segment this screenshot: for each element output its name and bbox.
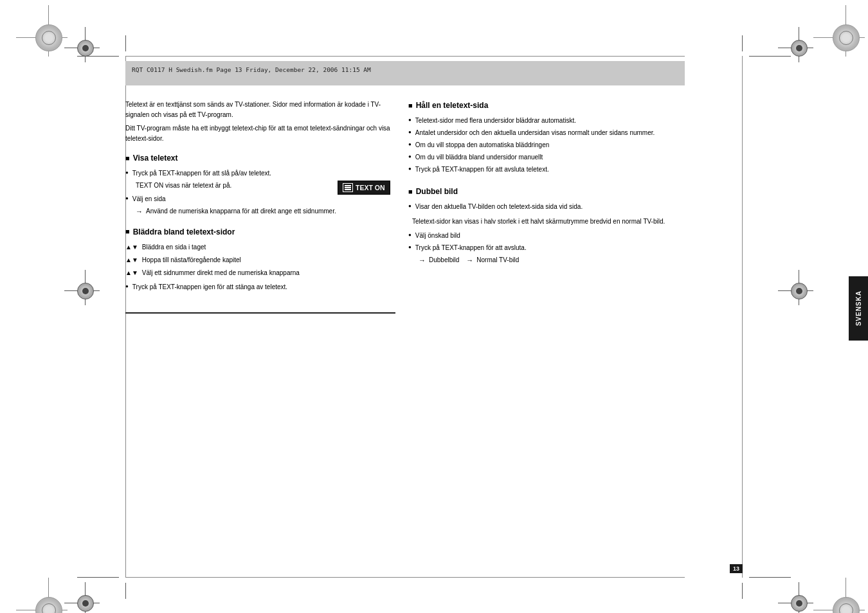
- bullet-icon: ●: [408, 233, 411, 238]
- bullet-icon: ●: [408, 166, 411, 172]
- reg-guide-line: [125, 35, 126, 51]
- bullet-icon: ●: [408, 204, 411, 209]
- bullet-hold-1: ● Teletext-sidor med flera undersidor bl…: [408, 116, 685, 125]
- section-hold-page: ■ Håll en teletext-sida ● Teletext-sidor…: [408, 100, 685, 174]
- reg-guide-line: [749, 577, 791, 578]
- square-icon: ■: [408, 100, 413, 112]
- arrow-text: Dubbelbild: [429, 255, 459, 265]
- filepath-text: RQT C0117 H Swedish.fm Page 13 Friday, D…: [132, 66, 371, 73]
- reg-guide-line: [749, 56, 791, 57]
- page: RQT C0117 H Swedish.fm Page 13 Friday, D…: [0, 0, 868, 613]
- square-icon: ■: [125, 153, 130, 164]
- sub-arrow-item: → Använd de numeriska knapparna för att …: [136, 206, 395, 217]
- bullet-double-2: ● Välj önskad bild: [408, 231, 685, 240]
- bullet-double-1: ● Visar den aktuella TV-bilden och telet…: [408, 202, 685, 211]
- bullet-hold-4: ● Om du vill bläddra bland undersidor ma…: [408, 152, 685, 162]
- bullet-icon: ●: [408, 142, 411, 147]
- arrow-text: Använd de numeriska knapparna för att di…: [146, 206, 336, 216]
- section2-title: ■ Bläddra bland teletext-sidor: [125, 226, 395, 238]
- svenska-label: SVENSKA: [855, 290, 862, 326]
- h-divider: [125, 312, 395, 314]
- bullet-text: Om du vill bläddra bland undersidor manu…: [415, 152, 543, 162]
- nav-arrows2: ▲▼: [125, 255, 138, 265]
- double-para: Teletext-sidor kan visas i halv storlek …: [412, 217, 685, 227]
- bullet-text: Tryck på TEXT-knappen för att avsluta.: [415, 243, 527, 253]
- sub-item: TEXT ON visas när teletext är på.: [136, 181, 395, 190]
- bullet-icon: ●: [408, 130, 411, 135]
- section-double-title: ■ Dubbel bild: [408, 186, 685, 198]
- nav-item3: ▲▼ Välj ett sidnummer direkt med de nume…: [125, 268, 395, 278]
- nav-text2: Hoppa till nästa/föregående kapitel: [142, 255, 241, 265]
- content-area: Teletext är en texttjänst som sänds av T…: [125, 100, 685, 350]
- bullet-icon: ●: [408, 118, 411, 123]
- section-double-image: ■ Dubbel bild ● Visar den aktuella TV-bi…: [408, 186, 685, 265]
- bullet-text: Välj en sida: [132, 194, 166, 204]
- header-bar: [125, 61, 685, 85]
- nav-text1: Bläddra en sida i taget: [142, 242, 206, 253]
- bullet-item: ● Tryck på TEXT-knappen för att slå på/a…: [125, 168, 395, 178]
- bullet-text: Teletext-sidor med flera undersidor bläd…: [415, 116, 576, 125]
- nav-item2: ▲▼ Hoppa till nästa/föregående kapitel: [125, 255, 395, 265]
- section-view-teletext: ■ Visa teletext ● Tryck på TEXT-knappen …: [125, 152, 395, 217]
- right-column: ■ Håll en teletext-sida ● Teletext-sidor…: [408, 100, 685, 274]
- bullet-text: Om du vill stoppa den automatiska bläddr…: [415, 140, 549, 150]
- nav-text3: Välj ett sidnummer direkt med de numeris…: [142, 268, 300, 278]
- bullet-text: Tryck på TEXT-knappen för att avsluta te…: [415, 164, 549, 174]
- bullet-icon: ●: [125, 284, 129, 289]
- bullet-icon: ●: [125, 196, 129, 201]
- sub-text: TEXT ON visas när teletext är på.: [136, 182, 231, 189]
- nav-arrows1: ▲▼: [125, 242, 138, 253]
- bullet-hold-5: ● Tryck på TEXT-knappen för att avsluta …: [408, 164, 685, 174]
- svenska-tab: SVENSKA: [849, 276, 868, 341]
- section-browse-teletext: ■ Bläddra bland teletext-sidor ▲▼ Bläddr…: [125, 226, 395, 314]
- left-column: Teletext är en texttjänst som sänds av T…: [125, 100, 395, 323]
- reg-guide-line: [742, 583, 743, 599]
- bullet-hold-3: ● Om du vill stoppa den automatiska bläd…: [408, 140, 685, 150]
- reg-guide-line: [742, 35, 743, 51]
- arrow-icon-2: →: [466, 255, 473, 266]
- page-border-right: [742, 56, 743, 578]
- bullet-text: Visar den aktuella TV-bilden och teletex…: [415, 202, 583, 211]
- bullet-double-3: ● Tryck på TEXT-knappen för att avsluta.: [408, 243, 685, 253]
- bullet-text: Antalet undersidor och den aktuella unde…: [415, 128, 655, 138]
- arrow-text-2: Normal TV-bild: [476, 255, 519, 265]
- sub-arrow-double-1: → Dubbelbild → Normal TV-bild: [419, 255, 685, 266]
- reg-guide-line: [77, 577, 119, 578]
- intro-para2: Ditt TV-program måste ha ett inbyggt tel…: [125, 123, 395, 143]
- bullet-text: Tryck på TEXT-knappen för att slå på/av …: [132, 168, 271, 178]
- arrow-icon: →: [136, 206, 143, 217]
- bullet-icon: ●: [125, 170, 129, 175]
- bullet-hold-2: ● Antalet undersidor och den aktuella un…: [408, 128, 685, 138]
- section-hold-title: ■ Håll en teletext-sida: [408, 100, 685, 112]
- page-border-bottom: [125, 577, 685, 578]
- nav-arrows3: ▲▼: [125, 268, 138, 278]
- nav-item1: ▲▼ Bläddra en sida i taget: [125, 242, 395, 253]
- page-border-top: [125, 56, 685, 57]
- square-icon: ■: [125, 226, 130, 238]
- bullet-text-end: Tryck på TEXT-knappen igen för att stäng…: [132, 282, 287, 292]
- bullet-icon: ●: [408, 245, 411, 250]
- section1-title: ■ Visa teletext: [125, 152, 395, 164]
- reg-guide-line: [125, 583, 126, 599]
- bullet-item-end: ● Tryck på TEXT-knappen igen för att stä…: [125, 282, 395, 292]
- intro-para1: Teletext är en texttjänst som sänds av T…: [125, 100, 395, 120]
- page-number: 13: [730, 564, 743, 573]
- square-icon: ■: [408, 186, 413, 198]
- intro-block: Teletext är en texttjänst som sänds av T…: [125, 100, 395, 143]
- bullet-icon: ●: [408, 154, 411, 159]
- arrow-icon: →: [419, 255, 426, 266]
- bullet-text: Välj önskad bild: [415, 231, 460, 240]
- bullet-item: ● Välj en sida: [125, 194, 395, 204]
